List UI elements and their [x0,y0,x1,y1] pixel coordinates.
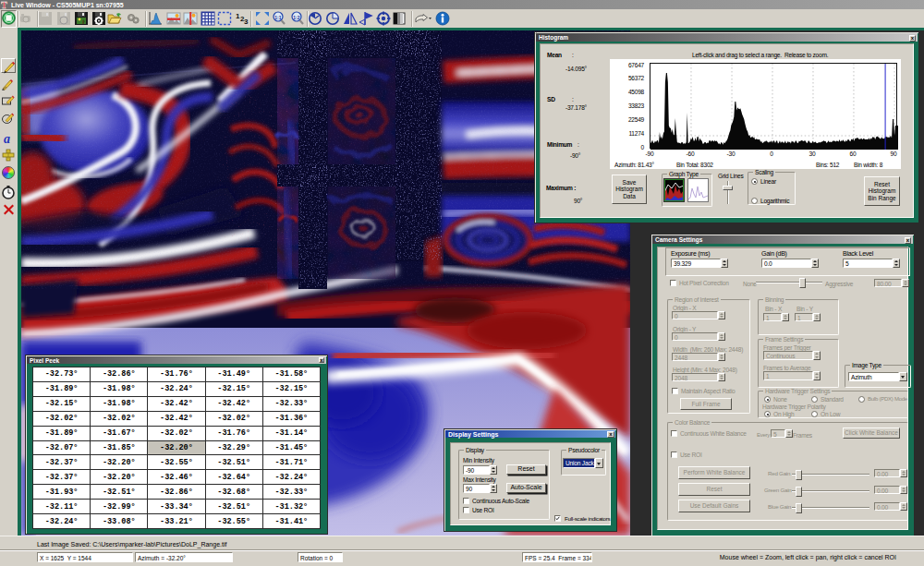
svg-text:1:1: 1:1 [274,15,281,20]
svg-text:3: 3 [244,18,249,26]
svg-text:a: a [4,132,10,146]
svg-text:1:2: 1:2 [293,15,299,20]
svg-text:T: T [1,1,7,9]
